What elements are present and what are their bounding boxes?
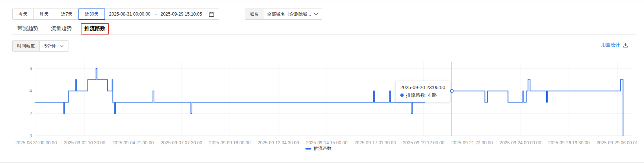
- series-dot-icon: [400, 94, 404, 97]
- granularity-select-value: 5分钟: [44, 43, 56, 49]
- svg-text:2025-09-17 01:30:00: 2025-09-17 01:30:00: [355, 140, 396, 145]
- download-icon[interactable]: [623, 42, 628, 48]
- svg-text:2025-09-19 12:00:00: 2025-09-19 12:00:00: [403, 140, 445, 145]
- granularity-select[interactable]: 5分钟: [40, 41, 68, 51]
- tooltip-series-value: 推流路数: 4 路: [406, 92, 437, 98]
- quick-range-30days[interactable]: 近30天: [79, 9, 105, 20]
- date-start-value[interactable]: 2025-08-31 00:00:00: [109, 12, 150, 17]
- domain-select-value: 全部域名（含删除域...: [267, 11, 311, 17]
- chart-tooltip: 2025-09-20 23:05:00 推流路数: 4 路: [395, 81, 450, 102]
- usage-actions: 用量统计: [601, 42, 628, 48]
- svg-text:4: 4: [29, 88, 32, 94]
- usage-statistics-link[interactable]: 用量统计: [601, 42, 620, 48]
- date-end-value[interactable]: 2025-09-29 15:10:05: [161, 12, 202, 17]
- svg-text:2: 2: [29, 111, 32, 116]
- date-range-picker[interactable]: 2025-08-31 00:00:00 ~ 2025-09-29 15:10:0…: [105, 9, 219, 19]
- quick-range-today[interactable]: 今天: [13, 9, 34, 19]
- tooltip-time: 2025-09-20 23:05:00: [400, 83, 445, 91]
- legend-line-swatch-icon: [305, 148, 311, 150]
- svg-text:2025-09-04 21:00:00: 2025-09-04 21:00:00: [112, 140, 154, 145]
- legend-label: 推流路数: [314, 145, 331, 152]
- bottom-divider: [0, 163, 644, 163]
- domain-selector: 域名 全部域名（含删除域...: [245, 9, 322, 20]
- svg-text:2025-09-21 22:30:00: 2025-09-21 22:30:00: [451, 140, 493, 145]
- trend-tabs: 带宽趋势 流量趋势 推流路数: [12, 23, 636, 35]
- chevron-down-icon: [60, 45, 64, 47]
- calendar-icon[interactable]: [209, 12, 214, 17]
- stream-count-chart[interactable]: 02462025-08-31 00:00:002025-09-02 10:30:…: [0, 55, 637, 152]
- date-separator: ~: [154, 12, 157, 17]
- tab-stream-count[interactable]: 推流路数: [84, 24, 106, 33]
- date-range-toolbar: 今天 昨天 近7天 近30天 2025-08-31 00:00:00 ~ 202…: [12, 9, 219, 20]
- granularity-control: 时间粒度 5分钟: [12, 40, 68, 52]
- svg-text:0: 0: [29, 133, 32, 138]
- svg-text:2025-09-14 15:00:00: 2025-09-14 15:00:00: [306, 140, 347, 145]
- svg-text:6: 6: [29, 66, 32, 71]
- svg-text:2025-09-29 06:00:00: 2025-09-29 06:00:00: [597, 140, 637, 145]
- granularity-label: 时间粒度: [13, 41, 40, 51]
- domain-select[interactable]: 全部域名（含删除域...: [263, 9, 322, 19]
- svg-text:2025-09-07 07:30:00: 2025-09-07 07:30:00: [161, 140, 202, 145]
- chevron-down-icon: [314, 13, 318, 16]
- tab-stream-count-label: 推流路数: [84, 25, 105, 31]
- svg-text:2025-09-09 18:00:00: 2025-09-09 18:00:00: [209, 140, 251, 145]
- tab-traffic-trend[interactable]: 流量趋势: [50, 24, 73, 33]
- quick-range-7days[interactable]: 近7天: [55, 9, 79, 19]
- svg-text:2025-09-12 04:30:00: 2025-09-12 04:30:00: [257, 140, 299, 145]
- tab-bandwidth-trend[interactable]: 带宽趋势: [17, 24, 39, 33]
- svg-text:2025-08-31 00:00:00: 2025-08-31 00:00:00: [15, 140, 57, 145]
- chart-legend-item[interactable]: 推流路数: [0, 145, 637, 152]
- svg-text:2025-09-24 09:00:00: 2025-09-24 09:00:00: [500, 140, 541, 145]
- domain-selector-label: 域名: [245, 9, 263, 19]
- svg-text:2025-09-02 10:30:00: 2025-09-02 10:30:00: [64, 140, 105, 145]
- quick-range-yesterday[interactable]: 昨天: [34, 9, 55, 19]
- svg-text:2025-09-26 19:30:00: 2025-09-26 19:30:00: [548, 140, 590, 145]
